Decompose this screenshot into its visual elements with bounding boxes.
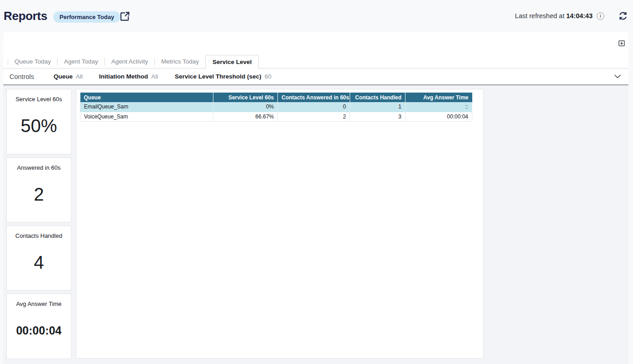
cell-contacts-handled: 3 <box>350 112 406 121</box>
kpi-answered-in-60s: Answered in 60s 2 <box>6 157 71 222</box>
controls-bar: Controls Queue All Initiation Method All… <box>3 69 628 84</box>
table-row[interactable]: EmailQueue_Sam 0% 0 1 :: <box>80 102 472 112</box>
filter-queue[interactable]: Queue All <box>54 73 83 80</box>
column-header-contacts-answered[interactable]: Contacts Answered in 60s <box>278 93 350 102</box>
tab-metrics-today[interactable]: Metrics Today <box>155 58 205 65</box>
table-header-row: Queue Service Level 60s Contacts Answere… <box>80 93 472 102</box>
filter-label: Initiation Method <box>99 73 148 80</box>
kpi-value: 2 <box>34 184 44 205</box>
refresh-group: Last refreshed at 14:04:43 i <box>515 0 628 32</box>
filter-service-level-threshold[interactable]: Service Level Threshold (sec) 60 <box>175 73 272 80</box>
last-refreshed-time: 14:04:43 <box>566 12 593 20</box>
reports-page: Reports Performance Today Last refreshed… <box>0 0 633 364</box>
cell-contacts-answered: 0 <box>278 102 350 112</box>
page-title: Reports <box>4 9 47 23</box>
column-header-queue[interactable]: Queue <box>80 93 213 102</box>
kpi-service-level: Service Level 60s 50% <box>6 89 71 154</box>
filter-value: All <box>76 73 83 80</box>
open-in-new-window-button[interactable] <box>119 10 131 22</box>
tab-queue-today[interactable]: Queue Today <box>8 58 57 65</box>
service-level-table: Queue Service Level 60s Contacts Answere… <box>80 93 472 122</box>
service-level-table-panel: Queue Service Level 60s Contacts Answere… <box>76 89 484 359</box>
filter-value: All <box>151 73 158 80</box>
cell-service-level: 0% <box>213 102 278 112</box>
info-icon[interactable]: i <box>597 12 604 20</box>
dashboard-card: Queue Today Agent Today Agent Activity M… <box>3 32 628 364</box>
cell-queue: EmailQueue_Sam <box>80 102 213 112</box>
filter-initiation-method[interactable]: Initiation Method All <box>99 73 158 80</box>
column-header-avg-answer-time[interactable]: Avg Answer Time <box>406 93 472 102</box>
cell-contacts-handled: 1 <box>350 102 406 112</box>
export-button[interactable] <box>618 39 626 47</box>
sheet-content: Service Level 60s 50% Answered in 60s 2 … <box>3 85 628 364</box>
controls-collapse-button[interactable] <box>613 72 622 81</box>
filter-value: 60 <box>265 73 272 80</box>
table-row[interactable]: VoiceQueue_Sam 66.67% 2 3 00:00:04 <box>80 112 472 121</box>
sheet-tabs: Queue Today Agent Today Agent Activity M… <box>3 55 628 69</box>
filter-label: Service Level Threshold (sec) <box>175 73 262 80</box>
download-icon <box>618 39 626 47</box>
kpi-title: Service Level 60s <box>15 96 62 103</box>
tab-service-level[interactable]: Service Level <box>205 55 259 69</box>
column-header-contacts-handled[interactable]: Contacts Handled <box>350 93 406 102</box>
kpi-value: 00:00:04 <box>16 324 61 337</box>
filter-label: Queue <box>54 73 73 80</box>
last-refreshed-text: Last refreshed at 14:04:43 <box>515 12 593 20</box>
top-header: Reports Performance Today Last refreshed… <box>0 0 633 32</box>
kpi-title: Avg Answer Time <box>16 300 61 307</box>
kpi-value: 4 <box>34 252 44 273</box>
tab-agent-activity[interactable]: Agent Activity <box>105 58 154 65</box>
kpi-value: 50% <box>20 116 57 136</box>
chevron-down-icon <box>613 72 622 81</box>
cell-avg-answer-time: :: <box>406 102 472 112</box>
cell-contacts-answered: 2 <box>278 112 350 121</box>
cell-service-level: 66.67% <box>213 112 278 121</box>
controls-title: Controls <box>10 73 34 80</box>
refresh-button[interactable] <box>618 10 628 21</box>
cell-queue: VoiceQueue_Sam <box>80 112 213 121</box>
kpi-contacts-handled: Contacts Handled 4 <box>6 226 71 290</box>
cell-avg-answer-time: 00:00:04 <box>406 112 472 121</box>
refresh-icon <box>618 10 628 21</box>
kpi-avg-answer-time: Avg Answer Time 00:00:04 <box>6 294 71 359</box>
external-link-icon <box>119 10 131 22</box>
kpi-title: Answered in 60s <box>17 164 60 171</box>
column-header-service-level[interactable]: Service Level 60s <box>213 93 278 102</box>
kpi-title: Contacts Handled <box>15 232 62 239</box>
tab-agent-today[interactable]: Agent Today <box>58 58 104 65</box>
performance-today-badge: Performance Today <box>53 11 120 23</box>
